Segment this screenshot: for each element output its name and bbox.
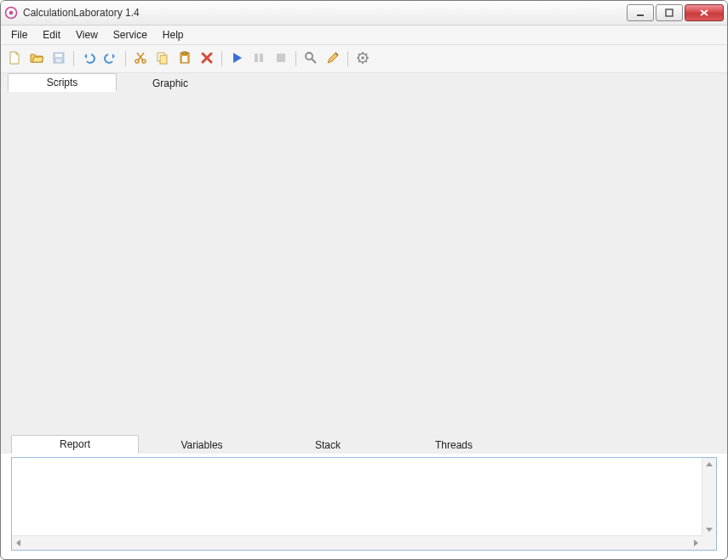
tab-scripts[interactable]: Scripts [8, 73, 117, 92]
redo-icon [104, 51, 118, 67]
lower-tab-bar: Report Variables Stack Threads [1, 435, 727, 454]
toolbar-separator [125, 51, 126, 66]
save-button[interactable] [49, 49, 69, 69]
svg-line-29 [358, 54, 360, 55]
toolbar [1, 45, 727, 73]
output-panel [11, 457, 717, 551]
window-title: CalculationLaboratory 1.4 [23, 7, 627, 19]
scrollbar-corner [702, 536, 716, 550]
horizontal-scrollbar[interactable] [12, 535, 702, 550]
undo-icon [82, 51, 95, 67]
close-button[interactable] [685, 4, 724, 21]
scroll-right-icon[interactable] [691, 538, 701, 548]
svg-rect-18 [255, 54, 258, 62]
vertical-scrollbar[interactable] [702, 458, 716, 536]
tab-threads[interactable]: Threads [391, 437, 517, 454]
output-text[interactable] [12, 458, 702, 536]
scroll-down-icon[interactable] [704, 524, 714, 534]
title-bar: CalculationLaboratory 1.4 [1, 1, 727, 26]
run-button[interactable] [226, 49, 247, 69]
find-icon [304, 51, 318, 67]
paste-button[interactable] [175, 49, 195, 69]
scroll-up-icon[interactable] [704, 460, 714, 470]
cut-icon [134, 51, 147, 67]
svg-line-31 [366, 54, 368, 55]
svg-line-22 [312, 59, 316, 63]
new-file-button[interactable] [4, 49, 25, 69]
menu-service[interactable]: Service [106, 27, 154, 43]
copy-button[interactable] [152, 49, 173, 69]
svg-rect-17 [182, 56, 187, 62]
menu-view[interactable]: View [69, 27, 105, 43]
toolbar-separator [73, 51, 74, 66]
run-icon [230, 51, 244, 67]
tab-report[interactable]: Report [11, 435, 139, 454]
svg-point-1 [9, 11, 13, 14]
tab-label: Report [60, 438, 90, 450]
svg-rect-8 [56, 59, 61, 62]
scroll-left-icon[interactable] [14, 538, 24, 548]
minimize-button[interactable] [627, 4, 654, 21]
tab-variables[interactable]: Variables [139, 437, 265, 454]
svg-point-21 [306, 53, 312, 60]
menu-help[interactable]: Help [156, 27, 191, 43]
pause-button[interactable] [249, 49, 269, 69]
svg-line-30 [366, 60, 368, 62]
stop-icon [274, 51, 288, 67]
tab-graphic[interactable]: Graphic [117, 75, 224, 92]
redo-button[interactable] [100, 49, 121, 69]
tab-label: Variables [181, 439, 222, 451]
upper-tab-bar: Scripts Graphic [1, 73, 727, 92]
open-file-icon [30, 51, 43, 67]
tab-stack[interactable]: Stack [265, 437, 391, 454]
svg-rect-7 [55, 54, 62, 57]
paste-icon [178, 51, 192, 67]
toolbar-separator [347, 51, 348, 66]
tab-label: Stack [315, 439, 341, 451]
tab-label: Threads [435, 439, 473, 451]
menu-edit[interactable]: Edit [36, 27, 67, 43]
toolbar-separator [221, 51, 222, 66]
delete-icon [200, 51, 214, 67]
svg-rect-3 [666, 9, 673, 16]
app-window: CalculationLaboratory 1.4 File Edit View… [0, 0, 728, 560]
copy-icon [156, 51, 169, 67]
delete-button[interactable] [197, 49, 217, 69]
svg-rect-20 [277, 54, 285, 62]
toolbar-separator [295, 51, 296, 66]
undo-button[interactable] [78, 49, 99, 69]
edit-tool-icon [326, 51, 340, 67]
svg-rect-14 [160, 55, 167, 64]
svg-rect-19 [260, 54, 263, 62]
find-button[interactable] [301, 49, 321, 69]
tab-label: Graphic [152, 77, 188, 89]
save-icon [52, 51, 66, 67]
maximize-button[interactable] [656, 4, 683, 21]
new-file-icon [8, 51, 21, 67]
app-icon [4, 6, 18, 20]
pause-icon [252, 51, 266, 67]
tab-label: Scripts [47, 77, 78, 89]
workspace-area [1, 92, 727, 435]
svg-rect-2 [637, 14, 644, 16]
svg-line-32 [358, 60, 360, 62]
menu-file[interactable]: File [4, 27, 34, 43]
settings-button[interactable] [353, 49, 373, 69]
svg-point-24 [361, 56, 364, 60]
cut-button[interactable] [130, 49, 151, 69]
edit-tool-button[interactable] [323, 49, 343, 69]
menu-bar: File Edit View Service Help [1, 26, 727, 45]
stop-button[interactable] [271, 49, 291, 69]
settings-icon [356, 51, 370, 67]
window-controls [627, 4, 724, 21]
open-file-button[interactable] [26, 49, 47, 69]
svg-rect-16 [182, 52, 187, 54]
